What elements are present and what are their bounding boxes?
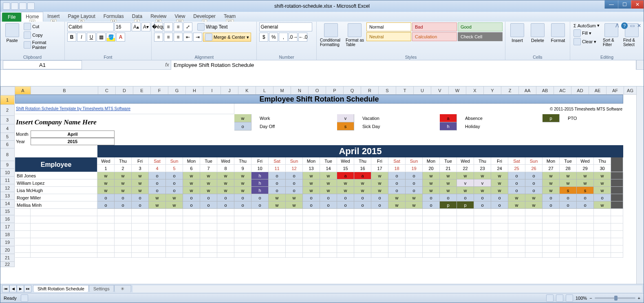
col-header[interactable]: B [31, 86, 98, 95]
zoom-out-button[interactable]: − [589, 296, 592, 301]
cell[interactable] [594, 209, 611, 216]
cell[interactable] [525, 231, 543, 238]
cell[interactable]: w [166, 194, 183, 201]
cell[interactable]: w [132, 172, 149, 179]
cell[interactable] [457, 209, 474, 216]
cell[interactable]: 15 [337, 165, 354, 172]
tab-nav-prev[interactable]: ◀ [9, 285, 17, 292]
col-header[interactable]: AG [624, 86, 637, 95]
cell[interactable]: 20 [423, 165, 440, 172]
row-header[interactable]: 2 [0, 105, 15, 116]
cell[interactable]: 27 [543, 165, 560, 172]
cell[interactable]: o [251, 194, 269, 201]
cell[interactable] [97, 223, 115, 231]
align-top-button[interactable]: �équ [154, 22, 163, 31]
cell[interactable]: v [337, 114, 354, 122]
cell[interactable] [457, 216, 474, 223]
cell[interactable] [269, 209, 286, 216]
cell[interactable]: Lisa McHugh [15, 187, 97, 194]
cell[interactable]: o [132, 201, 149, 209]
cell[interactable]: w [115, 179, 132, 187]
cell[interactable]: w [183, 172, 200, 179]
cell[interactable] [423, 253, 440, 258]
cell[interactable] [320, 238, 337, 245]
cell[interactable]: o [423, 201, 440, 209]
cell[interactable]: Thu [474, 157, 491, 165]
style-good[interactable]: Good [458, 22, 503, 31]
cell[interactable]: o [560, 194, 577, 201]
cell[interactable]: Wed [337, 157, 354, 165]
cell[interactable]: 6 [183, 165, 200, 172]
cell[interactable]: PTO [560, 114, 623, 122]
cell[interactable]: o [217, 201, 234, 209]
cell[interactable]: w [423, 187, 440, 194]
ribbon-tab-view[interactable]: ViewW [171, 12, 190, 22]
cell[interactable] [371, 216, 388, 223]
cell[interactable]: w [525, 194, 543, 201]
cell[interactable] [371, 231, 388, 238]
col-header[interactable]: D [116, 86, 133, 95]
cell[interactable] [15, 216, 31, 223]
cell[interactable]: w [371, 187, 388, 194]
cell[interactable]: Work [251, 114, 320, 122]
cell[interactable]: o [388, 172, 406, 179]
cell[interactable] [371, 245, 388, 253]
col-header[interactable]: Q [344, 86, 361, 95]
col-header[interactable]: J [221, 86, 238, 95]
cell[interactable]: o [183, 194, 200, 201]
conditional-formatting-button[interactable]: Conditional Formatting [319, 22, 343, 48]
cell[interactable]: o [337, 201, 354, 209]
cell[interactable] [354, 223, 371, 231]
col-header[interactable]: H [186, 86, 203, 95]
cell[interactable] [474, 253, 491, 258]
cell[interactable] [320, 253, 337, 258]
cell[interactable] [269, 245, 286, 253]
col-header[interactable]: E [133, 86, 151, 95]
cell[interactable] [217, 245, 234, 253]
font-size-select[interactable] [115, 22, 131, 31]
cell[interactable] [303, 238, 320, 245]
cell[interactable] [388, 238, 406, 245]
cell[interactable]: o [560, 201, 577, 209]
cell[interactable] [423, 209, 440, 216]
cell[interactable]: p [440, 201, 457, 209]
cell[interactable] [491, 223, 508, 231]
cell[interactable]: w [577, 179, 594, 187]
cell[interactable] [354, 209, 371, 216]
cell[interactable]: Shift Rotation Schedule Template by Time… [15, 104, 234, 114]
format-painter-button[interactable]: Format Painter [23, 40, 62, 50]
row-header[interactable]: 9 [0, 161, 15, 169]
autosum-button[interactable]: Σ AutoSum ▾ [573, 22, 600, 29]
cell[interactable] [286, 238, 303, 245]
cell[interactable] [594, 231, 611, 238]
cell[interactable] [166, 245, 183, 253]
cell[interactable]: Sat [508, 157, 525, 165]
cell[interactable]: o [200, 201, 217, 209]
cell[interactable]: w [234, 187, 251, 194]
new-sheet-button[interactable]: ✳ [114, 285, 131, 292]
cell[interactable]: o [371, 194, 388, 201]
cell[interactable] [543, 245, 560, 253]
bold-button[interactable]: B [67, 33, 76, 42]
ribbon-tab-review[interactable]: ReviewR [146, 12, 170, 22]
cell[interactable] [166, 253, 183, 258]
row-header[interactable]: 14 [0, 200, 15, 208]
cell[interactable] [217, 238, 234, 245]
tab-nav-first[interactable]: ⏮ [2, 285, 9, 292]
cell[interactable] [491, 231, 508, 238]
cell[interactable]: Sun [286, 157, 303, 165]
cell[interactable]: Mon [543, 157, 560, 165]
cell[interactable] [200, 253, 217, 258]
cell[interactable] [31, 223, 97, 231]
cell[interactable] [423, 223, 440, 231]
cell[interactable] [560, 253, 577, 258]
cell[interactable]: o [234, 122, 251, 130]
cell[interactable] [234, 216, 251, 223]
window-restore-icon[interactable]: ▭ [630, 23, 635, 29]
row-header[interactable]: 15 [0, 208, 15, 215]
cell[interactable] [508, 209, 525, 216]
cell[interactable]: 10 [251, 165, 269, 172]
cell[interactable]: w [594, 201, 611, 209]
shrink-font-button[interactable]: A▾ [141, 22, 150, 31]
cell[interactable]: w [234, 114, 251, 122]
